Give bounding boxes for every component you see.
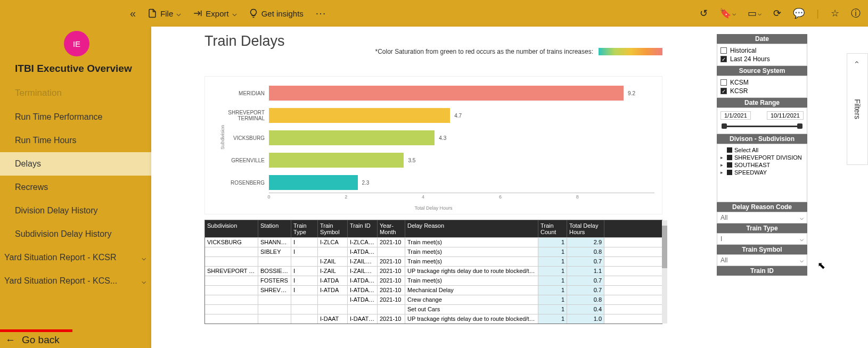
tree-item[interactable]: Select All — [720, 146, 804, 154]
table-row[interactable]: SIBLEYII-ATDA2 -09Train meet(s)10.8 — [205, 247, 662, 256]
date-to-input[interactable]: 10/11/2021 — [767, 111, 804, 120]
chart-value-label: 4.7 — [454, 113, 462, 119]
sidebar-item[interactable]: Division Delay History — [0, 199, 151, 222]
table-header[interactable]: Subdivision — [205, 220, 258, 237]
table-cell: 2021-10 — [378, 295, 405, 304]
refresh-icon[interactable]: ⟳ — [773, 7, 781, 19]
more-icon[interactable]: ⋯ — [315, 7, 326, 20]
table-header[interactable]: Station — [258, 220, 291, 237]
sidebar-item[interactable]: Run Time Performance — [0, 105, 151, 129]
table-cell: 2021-10 — [378, 314, 405, 324]
delay-table[interactable]: SubdivisionStationTrain TypeTrain Symbol… — [204, 220, 662, 324]
cursor-icon: ⬉ — [817, 260, 825, 271]
table-cell: 0.8 — [567, 247, 604, 256]
filters-tab-label: Filters — [853, 99, 862, 119]
chart-category-label: SHREVEPORT TERMINAL — [206, 110, 269, 121]
comment-icon[interactable]: 💬 — [793, 7, 805, 19]
table-header[interactable]: Total Delay Hours — [567, 220, 604, 237]
table-cell: 0.7 — [567, 286, 604, 295]
date-from-input[interactable]: 1/1/2021 — [720, 111, 751, 120]
file-label: File — [160, 9, 173, 18]
table-cell: 1 — [538, 286, 567, 295]
sidebar-item[interactable]: Run Time Hours — [0, 129, 151, 152]
table-cell: 2021-10 — [378, 267, 405, 276]
table-cell: UP trackage rights delay due to route bl… — [405, 267, 538, 276]
table-header[interactable]: Year-Month — [378, 220, 405, 237]
reset-icon[interactable]: ↺ — [700, 7, 708, 19]
trainsymbol-dropdown[interactable]: All⌵ — [717, 254, 807, 266]
table-cell: I — [291, 267, 318, 276]
table-cell: SHREVEPORT — [258, 286, 291, 295]
table-cell: I-ZAIL — [318, 267, 348, 276]
table-cell: SHANNON — [258, 238, 291, 247]
filters-pane-tab[interactable]: ‹ Filters — [847, 53, 868, 165]
star-icon[interactable]: ☆ — [831, 7, 839, 19]
back-chevron-icon[interactable]: « — [130, 7, 136, 20]
triangle-right-icon: ▸ — [720, 162, 725, 168]
table-row[interactable]: I-ZAILI-ZAILC -092021-10Train meet(s)10.… — [205, 256, 662, 266]
table-row[interactable]: SHREVEPORTII-ATDAI-ATDA -102021-10Mechan… — [205, 285, 662, 295]
chart-bar[interactable] — [269, 130, 435, 145]
checkbox-last24[interactable]: ✓Last 24 Hours — [720, 55, 804, 63]
sidebar-item[interactable]: Termination — [0, 81, 151, 105]
avatar[interactable]: IE — [64, 31, 89, 56]
table-row[interactable]: FOSTERSII-ATDAI-ATDA2 -092021-10Train me… — [205, 276, 662, 285]
table-cell: VICKSBURG — [205, 238, 258, 247]
table-row[interactable]: I-DAATI-DAAT -102021-10UP trackage right… — [205, 314, 662, 324]
chart-x-tick: 6 — [499, 194, 502, 200]
checkbox-icon — [727, 155, 732, 160]
table-header[interactable]: Train Count — [538, 220, 567, 237]
chart-bar[interactable] — [269, 86, 624, 101]
table-header[interactable]: Train Symbol — [318, 220, 348, 237]
table-cell: I — [291, 276, 318, 285]
table-row[interactable]: SHREVEPORT TERMINALBOSSIER CITYII-ZAILI-… — [205, 266, 662, 276]
chart-bar[interactable] — [269, 175, 358, 190]
sidebar-item-label: Termination — [15, 88, 62, 98]
checkbox-historical[interactable]: Historical — [720, 46, 804, 55]
sidebar-item-label: Run Time Performance — [15, 112, 103, 122]
chart-bar[interactable] — [269, 153, 404, 168]
table-cell: BOSSIER CITY — [258, 267, 291, 276]
sidebar-item[interactable]: Recrews — [0, 176, 151, 199]
sidebar-item[interactable]: Subdivision Delay History — [0, 222, 151, 246]
info-icon[interactable]: ⓘ — [851, 7, 861, 20]
table-header[interactable]: Train Type — [291, 220, 318, 237]
table-row[interactable]: Set out Cars10.4 — [205, 304, 662, 314]
legend-note-text: *Color Saturation from green to red occu… — [375, 48, 593, 55]
export-menu[interactable]: Export ⌵ — [193, 9, 236, 18]
sidebar-item[interactable]: Yard Situation Report - KCS...⌵ — [0, 269, 151, 293]
file-menu[interactable]: File ⌵ — [148, 9, 181, 18]
tree-item[interactable]: ▸SHREVEPORT DIVISION — [720, 154, 804, 161]
checkbox-kcsm[interactable]: KCSM — [720, 78, 804, 87]
table-row[interactable]: I-ATDA2 -092021-10Crew change10.8 — [205, 295, 662, 304]
scrollbar-thumb[interactable] — [662, 226, 667, 268]
delay-bar-chart[interactable]: Subdivision MERIDIAN9.2SHREVEPORT TERMIN… — [204, 76, 662, 214]
sidebar-item-label: Subdivision Delay History — [15, 229, 111, 239]
delaycode-dropdown[interactable]: All⌵ — [717, 212, 807, 223]
chart-category-label: ROSENBERG — [206, 180, 269, 186]
export-label: Export — [206, 9, 228, 18]
insights-button[interactable]: Get insights — [249, 9, 304, 18]
chart-x-tick: 8 — [576, 194, 579, 200]
sidebar-item[interactable]: Delays — [0, 152, 151, 176]
checkbox-kcsr[interactable]: ✓KCSR — [720, 87, 804, 95]
sidebar-item[interactable]: Yard Situation Report - KCSR⌵ — [0, 246, 151, 269]
date-range-slider[interactable] — [722, 123, 803, 129]
view-icon[interactable]: ▭⌵ — [748, 7, 761, 19]
chart-bar[interactable] — [269, 108, 450, 123]
table-cell: 0.7 — [567, 257, 604, 266]
tree-item[interactable]: ▸SPEEDWAY — [720, 169, 804, 176]
table-cell: I-ZAIL — [318, 257, 348, 266]
table-cell: Train meet(s) — [405, 257, 538, 266]
table-cell: I — [291, 247, 318, 256]
chart-category-label: MERIDIAN — [206, 90, 269, 96]
table-row[interactable]: VICKSBURGSHANNONII-ZLCAI-ZLCAI -082021-1… — [205, 237, 662, 247]
bookmark-icon[interactable]: 🔖⌵ — [719, 7, 736, 19]
tree-item[interactable]: ▸SOUTHEAST — [720, 161, 804, 169]
go-back-button[interactable]: ← Go back — [5, 334, 60, 346]
page-title: Train Delays — [204, 33, 662, 49]
traintype-dropdown[interactable]: I⌵ — [717, 233, 807, 245]
report-canvas: Train Delays *Color Saturation from gree… — [151, 27, 868, 348]
table-header[interactable]: Train ID — [348, 220, 378, 237]
table-header[interactable]: Delay Reason — [405, 220, 538, 237]
